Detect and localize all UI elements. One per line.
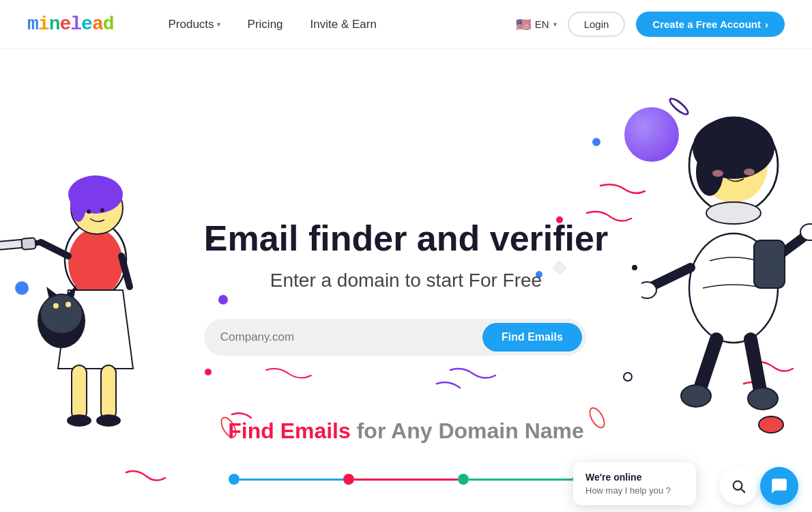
svg-rect-24 xyxy=(101,365,116,420)
svg-point-44 xyxy=(641,282,656,298)
tagline-highlight: Find Emails xyxy=(228,418,351,443)
flag-icon: 🇺🇸 xyxy=(516,17,531,32)
svg-point-50 xyxy=(681,385,711,407)
chat-open-button[interactable] xyxy=(760,467,798,505)
nav-pricing[interactable]: Pricing xyxy=(248,18,283,31)
chat-help-text: How may I help you ? xyxy=(585,485,684,496)
progress-dot-2 xyxy=(343,474,354,485)
svg-line-49 xyxy=(751,339,761,394)
deco-dot-red xyxy=(205,369,212,375)
nav-links: Products ▾ Pricing Invite & Earn xyxy=(169,18,516,31)
svg-rect-20 xyxy=(21,238,35,250)
svg-rect-23 xyxy=(72,365,87,420)
svg-point-7 xyxy=(632,265,637,270)
svg-point-51 xyxy=(748,388,778,410)
svg-point-37 xyxy=(722,162,727,168)
tagline-rest: for Any Domain Name xyxy=(357,418,584,443)
svg-line-55 xyxy=(741,489,744,492)
chat-search-button[interactable] xyxy=(719,467,757,505)
svg-point-28 xyxy=(41,295,82,333)
chat-widget[interactable]: We're online How may I help you ? xyxy=(573,462,696,505)
svg-point-14 xyxy=(70,181,87,222)
svg-point-32 xyxy=(66,302,71,307)
logo[interactable]: minelead xyxy=(27,14,114,35)
domain-search-input[interactable] xyxy=(220,330,482,344)
svg-point-38 xyxy=(740,161,745,167)
svg-line-21 xyxy=(121,256,130,287)
lang-chevron-icon: ▾ xyxy=(553,20,557,28)
svg-point-46 xyxy=(800,224,812,240)
svg-point-53 xyxy=(706,202,761,224)
svg-rect-47 xyxy=(754,240,785,288)
svg-point-15 xyxy=(87,210,91,214)
svg-point-11 xyxy=(68,229,123,297)
domain-search-bar: Find Emails xyxy=(204,319,586,356)
progress-bar xyxy=(229,474,583,485)
svg-line-17 xyxy=(41,242,68,256)
nav-products[interactable]: Products ▾ xyxy=(169,18,220,31)
progress-dot-1 xyxy=(229,474,240,485)
progress-line-3 xyxy=(469,479,572,481)
login-button[interactable]: Login xyxy=(568,12,626,37)
hero-section: Email finder and verifier Enter a domain… xyxy=(0,49,812,512)
svg-point-2 xyxy=(624,373,632,381)
find-emails-button[interactable]: Find Emails xyxy=(482,323,582,352)
hero-title: Email finder and verifier xyxy=(204,219,608,258)
language-selector[interactable]: 🇺🇸 EN ▾ xyxy=(516,17,557,32)
nav-right: 🇺🇸 EN ▾ Login Create a Free Account › xyxy=(516,12,785,37)
svg-point-39 xyxy=(712,170,723,177)
chat-status: We're online xyxy=(585,472,684,483)
progress-line-2 xyxy=(354,479,458,481)
deco-dot-blue-2 xyxy=(592,138,600,146)
progress-dot-3 xyxy=(458,474,469,485)
nav-invite[interactable]: Invite & Earn xyxy=(310,18,377,31)
svg-point-31 xyxy=(53,303,59,309)
hero-subtitle: Enter a domain to start For Free xyxy=(204,270,608,291)
right-figure-illustration xyxy=(641,76,812,512)
svg-point-16 xyxy=(100,208,104,212)
svg-line-48 xyxy=(699,339,716,390)
chevron-down-icon: ▾ xyxy=(217,20,220,28)
navbar: minelead Products ▾ Pricing Invite & Ear… xyxy=(0,0,812,49)
progress-line-1 xyxy=(240,479,343,481)
create-account-button[interactable]: Create a Free Account › xyxy=(636,12,785,37)
hero-content: Email finder and verifier Enter a domain… xyxy=(204,219,608,355)
bottom-tagline: Find Emails for Any Domain Name xyxy=(0,418,812,444)
svg-point-40 xyxy=(744,169,755,175)
